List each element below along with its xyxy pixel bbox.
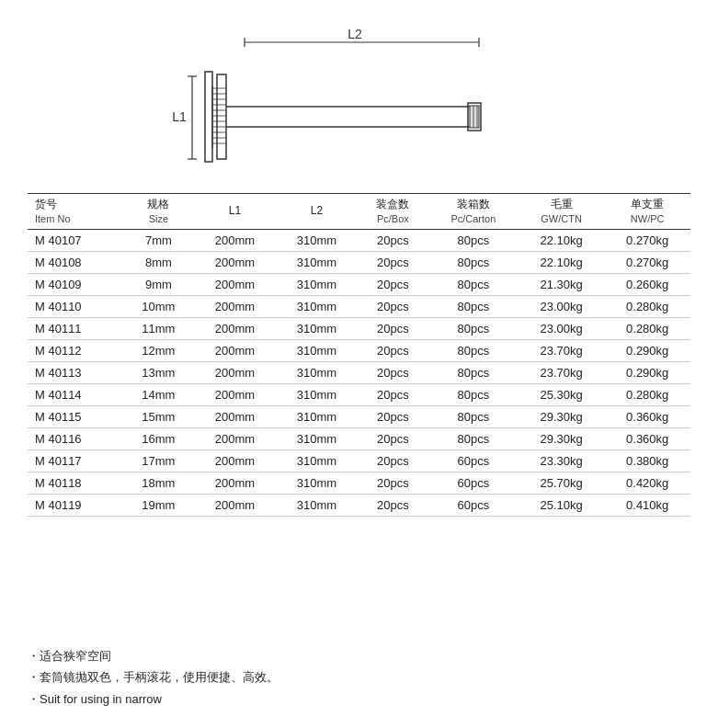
- cell-r9-c4: 20pcs: [358, 427, 428, 449]
- svg-text:L1: L1: [172, 109, 187, 124]
- cell-r7-c6: 25.30kg: [519, 383, 605, 405]
- cell-r4-c3: 310mm: [276, 317, 358, 339]
- cell-r0-c1: 7mm: [123, 229, 194, 251]
- svg-rect-8: [205, 72, 212, 162]
- cell-r1-c7: 0.270kg: [604, 251, 690, 273]
- table-row: M 4011919mm200mm310mm20pcs60pcs25.10kg0.…: [28, 494, 690, 516]
- cell-r3-c5: 80pcs: [428, 295, 519, 317]
- cell-r5-c3: 310mm: [276, 339, 358, 361]
- cell-r6-c7: 0.290kg: [604, 361, 690, 383]
- cell-r10-c2: 200mm: [194, 449, 276, 472]
- cell-r3-c6: 23.00kg: [519, 295, 605, 317]
- cell-r11-c6: 25.70kg: [519, 472, 605, 494]
- cell-r8-c6: 29.30kg: [519, 405, 605, 427]
- cell-r11-c0: M 40118: [28, 472, 123, 494]
- cell-r8-c2: 200mm: [194, 405, 276, 427]
- cell-r0-c7: 0.270kg: [604, 229, 690, 251]
- note-3: ・Suit for using in narrow: [28, 688, 690, 710]
- cell-r2-c7: 0.260kg: [604, 273, 690, 295]
- cell-r10-c4: 20pcs: [358, 449, 428, 472]
- cell-r7-c4: 20pcs: [358, 383, 428, 405]
- table-row: M 4011616mm200mm310mm20pcs80pcs29.30kg0.…: [28, 427, 690, 449]
- cell-r2-c6: 21.30kg: [519, 273, 605, 295]
- cell-r5-c2: 200mm: [194, 339, 276, 361]
- cell-r1-c4: 20pcs: [358, 251, 428, 273]
- col-header-pc-box: 装盒数 Pc/Box: [358, 194, 428, 230]
- cell-r4-c4: 20pcs: [358, 317, 428, 339]
- cell-r1-c2: 200mm: [194, 251, 276, 273]
- diagram-area: L2 L1: [28, 18, 690, 193]
- cell-r12-c7: 0.410kg: [604, 494, 690, 516]
- cell-r3-c1: 10mm: [123, 295, 194, 317]
- cell-r2-c4: 20pcs: [358, 273, 428, 295]
- cell-r8-c3: 310mm: [276, 405, 358, 427]
- cell-r9-c1: 16mm: [123, 427, 194, 449]
- table-row: M 401088mm200mm310mm20pcs80pcs22.10kg0.2…: [28, 251, 690, 273]
- cell-r3-c2: 200mm: [194, 295, 276, 317]
- cell-r3-c7: 0.280kg: [604, 295, 690, 317]
- table-row: M 4011313mm200mm310mm20pcs80pcs23.70kg0.…: [28, 361, 690, 383]
- cell-r8-c0: M 40115: [28, 405, 123, 427]
- svg-rect-10: [217, 74, 226, 159]
- cell-r1-c0: M 40108: [28, 251, 123, 273]
- table-row: M 4011212mm200mm310mm20pcs80pcs23.70kg0.…: [28, 339, 690, 361]
- cell-r4-c1: 11mm: [123, 317, 194, 339]
- cell-r7-c0: M 40114: [28, 383, 123, 405]
- cell-r5-c1: 12mm: [123, 339, 194, 361]
- cell-r0-c4: 20pcs: [358, 229, 428, 251]
- svg-rect-14: [470, 106, 479, 128]
- cell-r6-c6: 23.70kg: [519, 361, 605, 383]
- footer-notes: ・适合狭窄空间 ・套筒镜抛双色，手柄滚花，使用便捷、高效。 ・Suit for …: [28, 645, 690, 710]
- page: L2 L1: [0, 0, 718, 728]
- cell-r12-c1: 19mm: [123, 494, 194, 516]
- table-row: M 4011414mm200mm310mm20pcs80pcs25.30kg0.…: [28, 383, 690, 405]
- cell-r12-c5: 60pcs: [428, 494, 519, 516]
- cell-r1-c1: 8mm: [123, 251, 194, 273]
- svg-text:L2: L2: [348, 27, 362, 41]
- cell-r3-c0: M 40110: [28, 295, 123, 317]
- cell-r12-c2: 200mm: [194, 494, 276, 516]
- cell-r6-c1: 13mm: [123, 361, 194, 383]
- table-header-row: 货号 Item No 规格 Size L1 L2 装盒数: [28, 194, 690, 230]
- cell-r10-c5: 60pcs: [428, 449, 519, 472]
- cell-r4-c7: 0.280kg: [604, 317, 690, 339]
- product-table: 货号 Item No 规格 Size L1 L2 装盒数: [28, 193, 690, 517]
- col-header-nw: 单支重 NW/PC: [604, 194, 690, 230]
- cell-r2-c0: M 40109: [28, 273, 123, 295]
- cell-r2-c2: 200mm: [194, 273, 276, 295]
- cell-r11-c2: 200mm: [194, 472, 276, 494]
- table-row: M 4011818mm200mm310mm20pcs60pcs25.70kg0.…: [28, 472, 690, 494]
- cell-r4-c2: 200mm: [194, 317, 276, 339]
- cell-r1-c3: 310mm: [276, 251, 358, 273]
- cell-r1-c5: 80pcs: [428, 251, 519, 273]
- note-1: ・适合狭窄空间: [28, 645, 690, 666]
- col-header-item-no: 货号 Item No: [28, 194, 123, 230]
- cell-r0-c2: 200mm: [194, 229, 276, 251]
- cell-r11-c4: 20pcs: [358, 472, 428, 494]
- cell-r7-c2: 200mm: [194, 383, 276, 405]
- cell-r0-c6: 22.10kg: [519, 229, 605, 251]
- table-row: M 401077mm200mm310mm20pcs80pcs22.10kg0.2…: [28, 229, 690, 251]
- cell-r7-c7: 0.280kg: [604, 383, 690, 405]
- cell-r11-c1: 18mm: [123, 472, 194, 494]
- cell-r9-c2: 200mm: [194, 427, 276, 449]
- cell-r1-c6: 22.10kg: [519, 251, 605, 273]
- table-row: M 4011717mm200mm310mm20pcs60pcs23.30kg0.…: [28, 449, 690, 472]
- cell-r6-c4: 20pcs: [358, 361, 428, 383]
- cell-r12-c4: 20pcs: [358, 494, 428, 516]
- cell-r12-c6: 25.10kg: [519, 494, 605, 516]
- table-area: 货号 Item No 规格 Size L1 L2 装盒数: [28, 193, 690, 634]
- cell-r10-c6: 23.30kg: [519, 449, 605, 472]
- note-2: ・套筒镜抛双色，手柄滚花，使用便捷、高效。: [28, 666, 690, 688]
- cell-r4-c5: 80pcs: [428, 317, 519, 339]
- cell-r6-c2: 200mm: [194, 361, 276, 383]
- cell-r7-c5: 80pcs: [428, 383, 519, 405]
- cell-r5-c0: M 40112: [28, 339, 123, 361]
- table-row: M 4011010mm200mm310mm20pcs80pcs23.00kg0.…: [28, 295, 690, 317]
- col-header-pc-carton: 装箱数 Pc/Carton: [428, 194, 519, 230]
- cell-r0-c0: M 40107: [28, 229, 123, 251]
- cell-r11-c5: 60pcs: [428, 472, 519, 494]
- cell-r10-c7: 0.380kg: [604, 449, 690, 472]
- cell-r9-c5: 80pcs: [428, 427, 519, 449]
- table-row: M 4011515mm200mm310mm20pcs80pcs29.30kg0.…: [28, 405, 690, 427]
